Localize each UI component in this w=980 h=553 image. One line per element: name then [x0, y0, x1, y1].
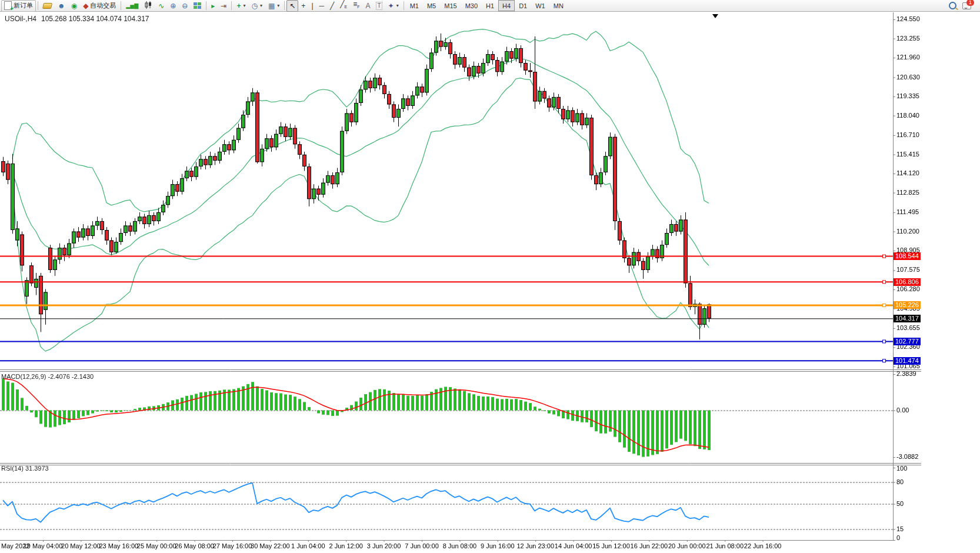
mt4-window: 新订单 ☻ ◉ ◆ 自动交易 ▂▅▇ ∿ ⊕ ⊖ ▸ ⇥ +▾ ◷▾ ▦▾ ↖ …	[0, 0, 980, 553]
auto-trading-button[interactable]: ◆ 自动交易	[80, 0, 119, 12]
text-tool-button[interactable]: A	[362, 0, 373, 12]
cursor-tool-button[interactable]: ↖	[286, 0, 298, 12]
chevron-down-icon: ▾	[260, 3, 262, 8]
zoom-in-button[interactable]: ⊕	[167, 0, 179, 12]
search-icon	[949, 2, 956, 9]
toolbar-separator	[38, 1, 38, 10]
periods-icon: ◷	[251, 2, 257, 9]
candlestick-chart-button[interactable]	[141, 0, 155, 12]
toolbar-separator	[404, 1, 404, 10]
gold-bar-icon	[42, 3, 52, 9]
chart-area: USOil-,H4105.268 105.334 104.074 104.317…	[0, 12, 980, 553]
horizontal-line-icon: ─	[319, 2, 325, 9]
toolbar: 新订单 ☻ ◉ ◆ 自动交易 ▂▅▇ ∿ ⊕ ⊖ ▸ ⇥ +▾ ◷▾ ▦▾ ↖ …	[0, 0, 980, 12]
cursor-icon: ↖	[289, 2, 295, 9]
price-line-label-102.777[interactable]: 102.777	[894, 338, 921, 345]
timeframe-button-m30[interactable]: M30	[461, 0, 482, 11]
text-icon: A	[365, 2, 370, 9]
trendline-icon: ╱	[330, 2, 334, 9]
horizontal-line-tool-button[interactable]: ─	[316, 0, 328, 12]
chat-icon: 1	[962, 2, 971, 9]
indicators-icon: +	[236, 2, 241, 9]
fibonacci-tool-button[interactable]: ≡F	[350, 0, 362, 12]
autotrade-icon: ◆	[83, 2, 88, 9]
timeframe-button-m5[interactable]: M5	[423, 0, 440, 11]
price-line-label-106.806[interactable]: 106.806	[894, 278, 921, 286]
terminal-icon: ☻	[58, 2, 65, 9]
tile-windows-button[interactable]	[191, 0, 204, 12]
auto-scroll-button[interactable]: ▸	[208, 0, 218, 12]
bar-chart-icon: ▂▅▇	[126, 2, 138, 9]
chevron-down-icon: ▾	[396, 3, 399, 8]
toolbar-separator	[206, 1, 206, 10]
crosshair-icon: +	[301, 2, 305, 9]
vertical-line-tool-button[interactable]: |	[308, 0, 316, 12]
timeframe-button-m1[interactable]: M1	[406, 0, 423, 11]
vertical-line-icon: |	[311, 2, 313, 9]
tile-windows-icon	[194, 2, 201, 9]
shapes-icon: ✦	[388, 2, 394, 9]
timeframe-group: M1M5M15M30H1H4D1W1MN	[406, 0, 568, 11]
candlestick-icon	[144, 1, 152, 10]
chevron-down-icon: ▾	[243, 3, 245, 8]
search-button[interactable]	[946, 0, 959, 12]
shapes-tool-button[interactable]: ✦▾	[385, 0, 402, 12]
market-watch-button[interactable]	[40, 0, 55, 12]
notification-badge: 1	[966, 0, 974, 6]
price-line-label-105.226[interactable]: 105.226	[894, 301, 921, 309]
text-label-tool-button[interactable]: T	[373, 0, 385, 12]
bar-chart-button[interactable]: ▂▅▇	[123, 0, 141, 12]
crosshair-tool-button[interactable]: +	[298, 0, 308, 12]
trendline-tool-button[interactable]: ╱	[327, 0, 337, 12]
new-order-icon	[4, 1, 12, 10]
auto-trading-label: 自动交易	[90, 1, 116, 10]
templates-icon: ▦	[268, 2, 275, 9]
templates-button[interactable]: ▦▾	[265, 0, 282, 12]
timeframe-button-h1[interactable]: H1	[482, 0, 498, 11]
new-order-button[interactable]: 新订单	[1, 0, 36, 12]
price-line-label-104.317: 104.317	[894, 315, 921, 322]
chart-shift-button[interactable]: ⇥	[218, 0, 229, 12]
chart-shift-icon: ⇥	[221, 2, 226, 9]
timeframe-button-m15[interactable]: M15	[440, 0, 461, 11]
auto-scroll-icon: ▸	[211, 2, 215, 9]
new-order-label: 新订单	[14, 1, 33, 10]
price-line-label-101.474[interactable]: 101.474	[894, 357, 921, 365]
channel-tool-button[interactable]: ╱E	[337, 0, 350, 12]
timeframe-button-d1[interactable]: D1	[515, 0, 531, 11]
channel-icon: ╱E	[340, 1, 347, 11]
line-chart-icon: ∿	[158, 2, 164, 9]
timeframe-button-h4[interactable]: H4	[498, 0, 515, 11]
chevron-down-icon: ▾	[277, 3, 279, 8]
terminal-button[interactable]: ☻	[55, 0, 68, 12]
signal-button[interactable]: ◉	[68, 0, 80, 12]
signal-icon: ◉	[71, 2, 77, 9]
periods-button[interactable]: ◷▾	[248, 0, 265, 12]
fibonacci-icon: ≡F	[353, 1, 359, 11]
zoom-out-button[interactable]: ⊖	[179, 0, 191, 12]
text-label-icon: T	[376, 2, 382, 10]
chart-canvas[interactable]	[0, 12, 980, 553]
toolbar-separator	[284, 1, 285, 10]
notifications-button[interactable]: 1	[959, 0, 974, 12]
toolbar-separator	[121, 1, 121, 10]
line-chart-button[interactable]: ∿	[155, 0, 167, 12]
zoom-in-icon: ⊕	[170, 2, 176, 9]
price-line-label-108.544[interactable]: 108.544	[894, 252, 921, 260]
toolbar-separator	[231, 1, 232, 10]
zoom-out-icon: ⊖	[182, 2, 188, 9]
timeframe-button-mn[interactable]: MN	[549, 0, 568, 11]
timeframe-button-w1[interactable]: W1	[531, 0, 549, 11]
indicators-button[interactable]: +▾	[234, 0, 248, 12]
